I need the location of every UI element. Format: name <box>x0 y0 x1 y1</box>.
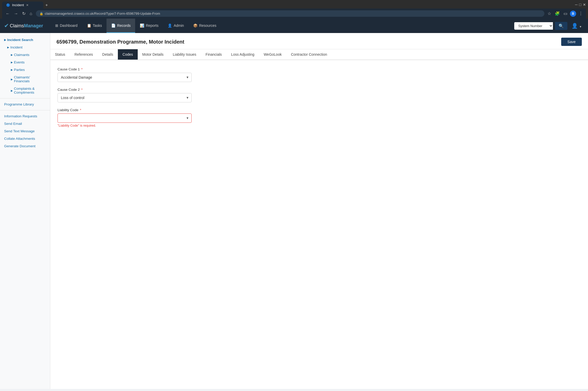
close-button[interactable]: ✕ <box>583 3 586 7</box>
profile-button[interactable]: B <box>570 11 576 17</box>
tab-contractor-connection[interactable]: Contractor Connection <box>286 49 332 60</box>
required-star: * <box>80 67 83 71</box>
resources-icon: 📦 <box>193 23 198 28</box>
lock-icon: 🔒 <box>39 12 43 15</box>
search-icon: 🔍 <box>559 24 564 28</box>
back-button[interactable]: ← <box>4 10 11 17</box>
sidebar-divider-2 <box>0 110 50 110</box>
tab-motor-details[interactable]: Motor Details <box>138 49 168 60</box>
system-number-select[interactable]: System Number <box>514 22 553 30</box>
active-browser-tab[interactable]: 🔵 Incident ✕ <box>2 2 43 9</box>
logo-manager-text: Manager <box>24 23 43 28</box>
sidebar-item-events[interactable]: ▶ Events <box>0 59 50 66</box>
chevron-icon: ▶ <box>11 61 13 64</box>
cause-code-1-wrapper: Accidental Damage Theft Fire Flood Vanda… <box>58 73 192 82</box>
sidebar-item-claimants[interactable]: ▶ Claimants <box>0 51 50 59</box>
sidebar-item-send-email[interactable]: Send Email <box>0 120 50 127</box>
chevron-icon: ▶ <box>11 89 13 92</box>
sidebar-item-incident[interactable]: ▶ Incident <box>0 44 50 51</box>
sidebar-toggle-button[interactable]: ▭ <box>562 10 568 17</box>
cause-code-2-group: Cause Code 2 * Loss of control Speed Dis… <box>58 88 244 102</box>
admin-icon: 👤 <box>168 23 172 28</box>
chevron-icon: ▶ <box>11 68 13 71</box>
nav-resources[interactable]: 📦 Resources <box>189 19 221 33</box>
records-icon: 📄 <box>111 23 116 28</box>
reports-icon: 📊 <box>140 23 144 28</box>
sidebar-item-collate-attachments[interactable]: Collate Attachments <box>0 135 50 142</box>
chevron-icon: ▶ <box>4 38 6 41</box>
nav-admin[interactable]: 👤 Admin <box>163 19 189 33</box>
dashboard-icon: ⊞ <box>55 23 58 28</box>
cause-code-2-wrapper: Loss of control Speed Distraction Mechan… <box>58 93 192 102</box>
sidebar: ▶ Incident Search ▶ Incident ▶ Claimants… <box>0 33 50 389</box>
cause-code-1-select[interactable]: Accidental Damage Theft Fire Flood Vanda… <box>58 73 192 82</box>
tab-title: Incident <box>12 3 24 7</box>
sidebar-item-information-requests[interactable]: Information Requests <box>0 112 50 120</box>
required-star-3: * <box>79 108 81 112</box>
tab-close-icon[interactable]: ✕ <box>26 3 29 7</box>
cause-code-2-select[interactable]: Loss of control Speed Distraction Mechan… <box>58 93 192 102</box>
search-button[interactable]: 🔍 <box>555 22 567 30</box>
sidebar-item-send-text[interactable]: Send Text Message <box>0 127 50 135</box>
chevron-icon: ▶ <box>11 53 13 56</box>
nav-records[interactable]: 📄 Records <box>107 19 135 33</box>
forward-button[interactable]: → <box>12 10 20 17</box>
page-content: 6596799, Demonstration Programme, Motor … <box>50 33 588 389</box>
top-navigation: ✔ ClaimsManager ⊞ Dashboard 📋 Tasks 📄 Re… <box>0 19 588 33</box>
sidebar-item-incident-search[interactable]: ▶ Incident Search <box>0 36 50 44</box>
nav-dashboard[interactable]: ⊞ Dashboard <box>51 19 82 33</box>
tab-loss-adjusting[interactable]: Loss Adjusting <box>226 49 259 60</box>
url-text: claimsmanagertest.crawco.co.uk/Record/Ty… <box>45 12 160 15</box>
page-title: 6596799, Demonstration Programme, Motor … <box>56 39 184 45</box>
required-star-2: * <box>80 88 83 92</box>
address-bar[interactable]: 🔒 claimsmanagertest.crawco.co.uk/Record/… <box>36 10 544 17</box>
liability-code-select[interactable]: Full Liability Partial Liability No Liab… <box>58 113 192 123</box>
liability-code-group: Liability Code * Full Liability Partial … <box>58 108 244 127</box>
cause-code-1-label: Cause Code 1 * <box>58 67 244 71</box>
tab-codes[interactable]: Codes <box>118 49 137 60</box>
nav-items: ⊞ Dashboard 📋 Tasks 📄 Records 📊 Reports … <box>51 19 514 33</box>
cause-code-1-group: Cause Code 1 * Accidental Damage Theft F… <box>58 67 244 82</box>
sidebar-item-generate-document[interactable]: Generate Document <box>0 142 50 150</box>
tab-financials[interactable]: Financials <box>201 49 226 60</box>
extensions-button[interactable]: 🧩 <box>554 10 561 17</box>
liability-code-error: "Liability Code" is required. <box>58 124 244 127</box>
bookmark-button[interactable]: ☆ <box>546 10 552 17</box>
tab-references[interactable]: References <box>70 49 98 60</box>
tab-status[interactable]: Status <box>50 49 70 60</box>
sidebar-item-parties[interactable]: ▶ Parties <box>0 66 50 74</box>
liability-code-wrapper: Full Liability Partial Liability No Liab… <box>58 113 192 123</box>
home-button[interactable]: ⌂ <box>28 10 34 17</box>
tab-liability-issues[interactable]: Liability Issues <box>168 49 201 60</box>
user-profile-button[interactable]: 👤 ▼ <box>569 22 584 30</box>
tasks-icon: 📋 <box>87 23 91 28</box>
chevron-icon: ▶ <box>11 78 13 81</box>
tab-favicon: 🔵 <box>6 3 10 7</box>
nav-tasks[interactable]: 📋 Tasks <box>82 19 107 33</box>
sidebar-item-complaints[interactable]: ▶ Complaints & Compliments <box>0 85 50 96</box>
sidebar-item-claimants-financials[interactable]: ▶ Claimants' Financials <box>0 74 50 85</box>
codes-form: Cause Code 1 * Accidental Damage Theft F… <box>50 60 251 140</box>
reload-button[interactable]: ↻ <box>21 10 27 17</box>
tab-wegolook[interactable]: WeGoLook <box>259 49 286 60</box>
nav-search-area: System Number 🔍 👤 ▼ <box>514 22 584 30</box>
maximize-button[interactable]: □ <box>579 3 581 7</box>
nav-reports[interactable]: 📊 Reports <box>135 19 163 33</box>
logo-claims-text: Claims <box>10 23 24 28</box>
main-content: ▶ Incident Search ▶ Incident ▶ Claimants… <box>0 33 588 389</box>
chevron-down-icon: ▼ <box>579 25 582 28</box>
tabs-bar: Status References Details Codes Motor De… <box>50 49 588 60</box>
chevron-icon: ▶ <box>7 46 9 49</box>
liability-code-label: Liability Code * <box>58 108 244 112</box>
tab-details[interactable]: Details <box>97 49 118 60</box>
menu-button[interactable]: ⋮ <box>578 10 584 17</box>
logo[interactable]: ✔ ClaimsManager <box>4 22 45 29</box>
page-header: 6596799, Demonstration Programme, Motor … <box>50 33 588 49</box>
cause-code-2-label: Cause Code 2 * <box>58 88 244 92</box>
new-tab-button[interactable]: + <box>43 2 50 9</box>
minimize-button[interactable]: ─ <box>575 3 578 7</box>
user-icon: 👤 <box>571 23 578 29</box>
sidebar-divider <box>0 98 50 99</box>
sidebar-item-programme-library[interactable]: Programme Library <box>0 101 50 108</box>
save-button[interactable]: Save <box>561 38 582 46</box>
